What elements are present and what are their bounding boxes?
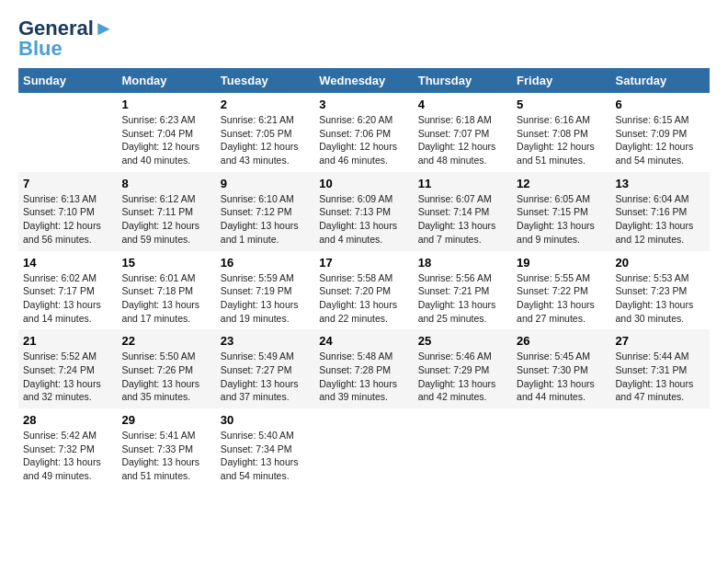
calendar-cell: 14Sunrise: 6:02 AMSunset: 7:17 PMDayligh…	[18, 251, 117, 330]
cell-info: Sunrise: 5:52 AMSunset: 7:24 PMDaylight:…	[23, 350, 112, 404]
calendar-cell	[512, 408, 610, 488]
cell-info: Sunrise: 6:18 AMSunset: 7:07 PMDaylight:…	[418, 113, 507, 167]
day-number: 25	[418, 334, 507, 348]
day-number: 28	[23, 413, 112, 427]
calendar-cell: 23Sunrise: 5:49 AMSunset: 7:27 PMDayligh…	[216, 329, 314, 408]
page-header: General►Blue	[18, 18, 710, 59]
calendar-week-row: 28Sunrise: 5:42 AMSunset: 7:32 PMDayligh…	[18, 408, 710, 488]
calendar-cell: 28Sunrise: 5:42 AMSunset: 7:32 PMDayligh…	[18, 408, 117, 488]
calendar-cell: 10Sunrise: 6:09 AMSunset: 7:13 PMDayligh…	[314, 172, 413, 251]
cell-info: Sunrise: 5:40 AMSunset: 7:34 PMDaylight:…	[221, 429, 310, 483]
day-number: 14	[23, 256, 112, 270]
day-number: 29	[121, 413, 210, 427]
calendar-cell: 3Sunrise: 6:20 AMSunset: 7:06 PMDaylight…	[314, 93, 413, 172]
day-number: 12	[517, 177, 606, 190]
cell-info: Sunrise: 5:42 AMSunset: 7:32 PMDaylight:…	[23, 429, 112, 483]
weekday-header: Friday	[512, 68, 610, 93]
cell-info: Sunrise: 6:09 AMSunset: 7:13 PMDaylight:…	[319, 192, 408, 247]
calendar-table: SundayMondayTuesdayWednesdayThursdayFrid…	[18, 68, 710, 488]
calendar-cell	[414, 408, 512, 488]
cell-info: Sunrise: 5:46 AMSunset: 7:29 PMDaylight:…	[418, 350, 507, 404]
cell-info: Sunrise: 5:53 AMSunset: 7:23 PMDaylight:…	[616, 271, 705, 326]
day-number: 2	[221, 98, 310, 111]
day-number: 4	[418, 98, 507, 111]
calendar-cell: 15Sunrise: 6:01 AMSunset: 7:18 PMDayligh…	[117, 251, 215, 330]
cell-info: Sunrise: 6:23 AMSunset: 7:04 PMDaylight:…	[121, 113, 210, 167]
cell-info: Sunrise: 6:21 AMSunset: 7:05 PMDaylight:…	[221, 113, 310, 167]
day-number: 18	[418, 256, 507, 270]
calendar-week-row: 21Sunrise: 5:52 AMSunset: 7:24 PMDayligh…	[18, 329, 710, 408]
cell-info: Sunrise: 5:48 AMSunset: 7:28 PMDaylight:…	[319, 350, 408, 404]
calendar-week-row: 1Sunrise: 6:23 AMSunset: 7:04 PMDaylight…	[18, 93, 710, 172]
day-number: 13	[616, 177, 705, 190]
header-row: SundayMondayTuesdayWednesdayThursdayFrid…	[18, 68, 710, 93]
calendar-cell: 4Sunrise: 6:18 AMSunset: 7:07 PMDaylight…	[414, 93, 512, 172]
calendar-cell: 24Sunrise: 5:48 AMSunset: 7:28 PMDayligh…	[314, 329, 413, 408]
cell-info: Sunrise: 5:58 AMSunset: 7:20 PMDaylight:…	[319, 271, 408, 326]
cell-info: Sunrise: 5:56 AMSunset: 7:21 PMDaylight:…	[418, 271, 507, 326]
cell-info: Sunrise: 6:13 AMSunset: 7:10 PMDaylight:…	[23, 192, 112, 247]
day-number: 5	[517, 98, 606, 111]
day-number: 16	[221, 256, 310, 270]
calendar-cell: 22Sunrise: 5:50 AMSunset: 7:26 PMDayligh…	[117, 329, 215, 408]
calendar-week-row: 7Sunrise: 6:13 AMSunset: 7:10 PMDaylight…	[18, 172, 710, 251]
calendar-cell: 7Sunrise: 6:13 AMSunset: 7:10 PMDaylight…	[18, 172, 117, 251]
calendar-cell	[18, 93, 117, 172]
weekday-header: Wednesday	[314, 68, 413, 93]
day-number: 26	[517, 334, 606, 348]
weekday-header: Tuesday	[216, 68, 314, 93]
cell-info: Sunrise: 5:59 AMSunset: 7:19 PMDaylight:…	[221, 271, 310, 326]
calendar-cell: 30Sunrise: 5:40 AMSunset: 7:34 PMDayligh…	[216, 408, 314, 488]
cell-info: Sunrise: 6:01 AMSunset: 7:18 PMDaylight:…	[121, 271, 210, 326]
logo-text: General►Blue	[18, 18, 114, 59]
weekday-header: Saturday	[611, 68, 710, 93]
calendar-cell: 2Sunrise: 6:21 AMSunset: 7:05 PMDaylight…	[216, 93, 314, 172]
day-number: 20	[616, 256, 705, 270]
calendar-cell: 19Sunrise: 5:55 AMSunset: 7:22 PMDayligh…	[512, 251, 610, 330]
calendar-week-row: 14Sunrise: 6:02 AMSunset: 7:17 PMDayligh…	[18, 251, 710, 330]
cell-info: Sunrise: 6:04 AMSunset: 7:16 PMDaylight:…	[616, 192, 705, 247]
day-number: 11	[418, 177, 507, 190]
calendar-cell: 21Sunrise: 5:52 AMSunset: 7:24 PMDayligh…	[18, 329, 117, 408]
calendar-cell: 9Sunrise: 6:10 AMSunset: 7:12 PMDaylight…	[216, 172, 314, 251]
calendar-cell: 18Sunrise: 5:56 AMSunset: 7:21 PMDayligh…	[414, 251, 512, 330]
calendar-cell: 11Sunrise: 6:07 AMSunset: 7:14 PMDayligh…	[414, 172, 512, 251]
day-number: 30	[221, 413, 310, 427]
day-number: 21	[23, 334, 112, 348]
calendar-cell: 17Sunrise: 5:58 AMSunset: 7:20 PMDayligh…	[314, 251, 413, 330]
calendar-cell: 26Sunrise: 5:45 AMSunset: 7:30 PMDayligh…	[512, 329, 610, 408]
day-number: 1	[121, 98, 210, 111]
calendar-cell	[314, 408, 413, 488]
cell-info: Sunrise: 5:44 AMSunset: 7:31 PMDaylight:…	[616, 350, 705, 404]
cell-info: Sunrise: 6:07 AMSunset: 7:14 PMDaylight:…	[418, 192, 507, 247]
day-number: 10	[319, 177, 408, 190]
cell-info: Sunrise: 5:49 AMSunset: 7:27 PMDaylight:…	[221, 350, 310, 404]
calendar-cell: 1Sunrise: 6:23 AMSunset: 7:04 PMDaylight…	[117, 93, 215, 172]
cell-info: Sunrise: 6:10 AMSunset: 7:12 PMDaylight:…	[221, 192, 310, 247]
weekday-header: Sunday	[18, 68, 117, 93]
calendar-cell: 20Sunrise: 5:53 AMSunset: 7:23 PMDayligh…	[611, 251, 710, 330]
calendar-cell: 12Sunrise: 6:05 AMSunset: 7:15 PMDayligh…	[512, 172, 610, 251]
calendar-cell: 25Sunrise: 5:46 AMSunset: 7:29 PMDayligh…	[414, 329, 512, 408]
cell-info: Sunrise: 6:20 AMSunset: 7:06 PMDaylight:…	[319, 113, 408, 167]
calendar-cell: 13Sunrise: 6:04 AMSunset: 7:16 PMDayligh…	[611, 172, 710, 251]
day-number: 19	[517, 256, 606, 270]
cell-info: Sunrise: 6:16 AMSunset: 7:08 PMDaylight:…	[517, 113, 606, 167]
cell-info: Sunrise: 6:02 AMSunset: 7:17 PMDaylight:…	[23, 271, 112, 326]
day-number: 3	[319, 98, 408, 111]
day-number: 8	[121, 177, 210, 190]
calendar-cell: 27Sunrise: 5:44 AMSunset: 7:31 PMDayligh…	[611, 329, 710, 408]
cell-info: Sunrise: 5:45 AMSunset: 7:30 PMDaylight:…	[517, 350, 606, 404]
cell-info: Sunrise: 6:05 AMSunset: 7:15 PMDaylight:…	[517, 192, 606, 247]
weekday-header: Thursday	[414, 68, 512, 93]
calendar-cell: 16Sunrise: 5:59 AMSunset: 7:19 PMDayligh…	[216, 251, 314, 330]
cell-info: Sunrise: 5:55 AMSunset: 7:22 PMDaylight:…	[517, 271, 606, 326]
cell-info: Sunrise: 6:12 AMSunset: 7:11 PMDaylight:…	[121, 192, 210, 247]
calendar-cell: 6Sunrise: 6:15 AMSunset: 7:09 PMDaylight…	[611, 93, 710, 172]
day-number: 15	[121, 256, 210, 270]
day-number: 6	[616, 98, 705, 111]
day-number: 7	[23, 177, 112, 190]
cell-info: Sunrise: 5:50 AMSunset: 7:26 PMDaylight:…	[121, 350, 210, 404]
weekday-header: Monday	[117, 68, 215, 93]
cell-info: Sunrise: 5:41 AMSunset: 7:33 PMDaylight:…	[121, 429, 210, 483]
